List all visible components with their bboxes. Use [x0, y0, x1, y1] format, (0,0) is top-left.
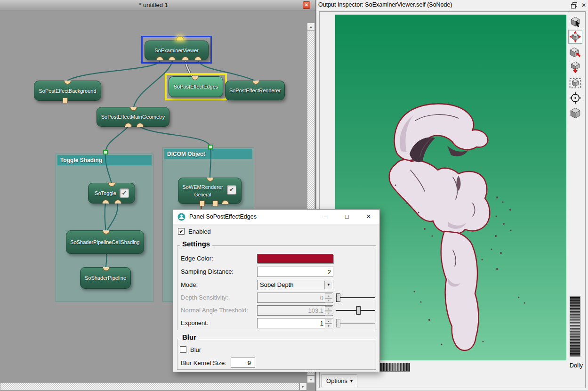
input-connector[interactable] — [169, 57, 176, 60]
output-connector[interactable] — [130, 107, 137, 111]
inspector-titlebar: Output Inspector: SoExaminerViewer.self … — [316, 0, 588, 10]
scroll-down-icon[interactable]: ▼ — [307, 375, 315, 383]
input-connector[interactable] — [182, 57, 189, 60]
mode-label: Mode: — [181, 281, 198, 288]
node-enable-checkbox[interactable]: ✔ — [227, 185, 236, 195]
dolly-thumbwheel[interactable] — [570, 296, 580, 357]
slider-track[interactable] — [336, 310, 375, 311]
float-window-icon[interactable] — [571, 2, 577, 8]
sampling-distance-input[interactable] — [258, 267, 333, 277]
node-soexaminerviewer[interactable]: SoExaminerViewer — [145, 41, 209, 60]
dialog-body: ✔ Enabled Settings Edge Color: Sampling … — [173, 224, 379, 372]
node-label: SoExaminerViewer — [154, 48, 198, 53]
input-connector-square[interactable] — [200, 201, 205, 206]
spinbox-arrows[interactable]: ▲▼ — [325, 319, 332, 327]
inspector-title: Output Inspector: SoExaminerViewer.self … — [318, 0, 452, 10]
output-connector[interactable] — [103, 267, 110, 271]
normal-angle-label: Normal Angle Threshold: — [181, 307, 248, 314]
node-tab-label: General — [194, 192, 211, 197]
graph-title: * untitled 1 — [0, 0, 307, 10]
exponent-field[interactable]: ▲▼ — [257, 318, 333, 328]
view-all-icon[interactable] — [568, 76, 582, 90]
edge-color-swatch[interactable] — [257, 254, 333, 263]
spin-up-icon: ▲ — [325, 319, 332, 324]
group-crossing-square — [103, 150, 108, 155]
normal-angle-slider[interactable] — [336, 305, 375, 316]
depth-sensitivity-input — [258, 293, 325, 302]
input-connector-square[interactable] — [63, 98, 68, 103]
close-icon[interactable]: ✕ — [303, 1, 310, 9]
input-connector-square[interactable] — [213, 201, 218, 206]
sampling-distance-label: Sampling Distance: — [181, 268, 234, 275]
focus-crosshair-icon[interactable] — [568, 91, 582, 105]
blur-label: Blur — [190, 346, 201, 353]
blur-kernel-input[interactable] — [231, 358, 255, 367]
pan-camera-icon[interactable] — [568, 30, 582, 44]
input-connector[interactable] — [137, 123, 144, 127]
sampling-distance-field[interactable] — [257, 267, 333, 277]
slider-handle[interactable] — [336, 293, 340, 302]
view-down-icon[interactable] — [568, 60, 582, 74]
output-connector[interactable] — [64, 81, 71, 84]
node-sotoggle[interactable]: SoToggle ✔ — [88, 183, 135, 204]
normal-angle-input — [258, 306, 325, 315]
output-connector[interactable] — [207, 178, 214, 181]
options-button[interactable]: Options ▾ — [322, 374, 357, 387]
panel-app-icon — [177, 213, 185, 221]
blur-checkbox[interactable] — [180, 346, 186, 353]
application-window: * untitled 1 ✕ Toggle Shading DICOM Obje… — [0, 0, 588, 391]
close-icon[interactable]: ✕ — [358, 210, 379, 224]
node-soshaderpipeline[interactable]: SoShaderPipeline — [80, 267, 131, 289]
mode-dropdown[interactable]: Sobel Depth ▼ — [257, 280, 333, 290]
output-connector[interactable] — [103, 230, 110, 234]
depth-sensitivity-slider[interactable] — [336, 293, 375, 303]
enabled-checkbox[interactable]: ✔ — [178, 228, 185, 235]
output-connector[interactable] — [252, 81, 259, 84]
group-crossing-square — [208, 145, 213, 149]
node-soposteffectmaingeometry[interactable]: SoPostEffectMainGeometry — [97, 107, 169, 127]
slider-handle[interactable] — [336, 319, 340, 327]
output-connector[interactable] — [192, 76, 199, 80]
perspective-cube-icon[interactable] — [568, 106, 582, 120]
input-connector[interactable] — [102, 200, 109, 204]
node-divider — [182, 191, 224, 191]
options-label: Options — [326, 377, 347, 384]
spin-down-icon: ▼ — [325, 324, 332, 328]
exponent-input[interactable] — [258, 318, 325, 328]
minimize-icon[interactable]: – — [314, 210, 336, 224]
slider-track[interactable] — [336, 323, 375, 324]
node-soposteffectrenderer[interactable]: SoPostEffectRenderer — [225, 81, 285, 100]
edge-color-label: Edge Color: — [181, 255, 213, 262]
rotate-thumbwheel[interactable] — [380, 363, 410, 372]
close-icon[interactable]: ✕ — [580, 1, 588, 9]
scroll-up-icon[interactable]: ▲ — [307, 23, 315, 30]
seek-object-icon[interactable] — [568, 45, 582, 59]
input-connector[interactable] — [222, 200, 229, 204]
node-soposteffectbackground[interactable]: SoPostEffectBackground — [34, 81, 101, 101]
node-sowemrenderer[interactable]: SoWEMRenderer General ✔ — [178, 178, 242, 204]
blur-kernel-field[interactable] — [231, 358, 255, 368]
node-label: SoWEMRenderer — [182, 184, 223, 190]
graph-horizontal-scrollbar[interactable]: ► — [0, 383, 307, 391]
scroll-right-icon[interactable]: ► — [299, 383, 307, 391]
node-enable-checkbox[interactable]: ✔ — [120, 188, 129, 198]
node-soshaderpipelinecellshading[interactable]: SoShaderPipelineCellShading — [66, 230, 144, 254]
maximize-icon[interactable]: □ — [336, 210, 358, 224]
input-connector[interactable] — [125, 123, 132, 127]
spinbox-arrows: ▲▼ — [325, 306, 332, 315]
scrollbar-track[interactable] — [0, 383, 299, 391]
input-connector[interactable] — [114, 200, 121, 204]
pick-cursor-icon[interactable] — [568, 15, 582, 29]
combo-arrow-icon[interactable]: ▼ — [324, 281, 332, 289]
blur-kernel-label: Blur Kernel Size: — [181, 359, 226, 367]
slider-handle[interactable] — [356, 306, 361, 315]
input-connector[interactable] — [156, 57, 163, 60]
output-connector[interactable] — [108, 183, 115, 187]
node-soposteffectedges[interactable]: SoPostEffectEdges — [169, 76, 223, 97]
dialog-titlebar[interactable]: Panel SoPostEffectEdges – □ ✕ — [173, 210, 379, 224]
exponent-slider[interactable] — [336, 318, 375, 328]
settings-legend: Settings — [180, 240, 212, 248]
slider-track[interactable] — [336, 297, 375, 298]
input-connector[interactable] — [194, 57, 201, 60]
panel-dialog: Panel SoPostEffectEdges – □ ✕ ✔ Enabled … — [173, 209, 380, 372]
